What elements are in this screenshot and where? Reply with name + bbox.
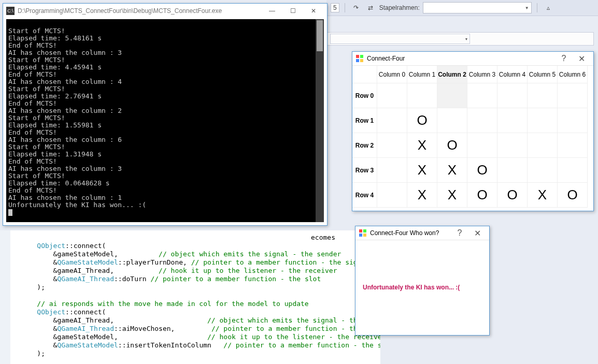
code-comment: // object which emits the signal - the s… xyxy=(207,316,380,324)
board-cell[interactable] xyxy=(377,83,407,108)
column-header[interactable]: Column 3 xyxy=(467,66,497,83)
board-cell[interactable]: O xyxy=(437,133,467,158)
code-token: &gameStateModel, xyxy=(21,250,159,258)
code-token: &gameStateModel, xyxy=(21,333,207,341)
board-cell[interactable] xyxy=(407,83,437,108)
row-header: Row 4 xyxy=(352,183,377,208)
board-cell[interactable] xyxy=(437,83,467,108)
minimize-button[interactable]: — xyxy=(262,4,282,18)
board-cell[interactable] xyxy=(437,108,467,133)
board-cell[interactable] xyxy=(497,108,528,133)
board-cell[interactable]: X xyxy=(407,158,437,183)
column-header[interactable]: Column 5 xyxy=(528,66,558,83)
board-cell[interactable] xyxy=(377,133,407,158)
board-cell[interactable] xyxy=(467,108,497,133)
help-button[interactable]: ? xyxy=(451,226,468,240)
board-cell[interactable] xyxy=(558,83,588,108)
board-cell[interactable] xyxy=(377,108,407,133)
code-token: & xyxy=(21,341,57,349)
board-cell[interactable]: O xyxy=(558,183,588,208)
msg-title: Connect-Four Who won? xyxy=(370,229,439,237)
column-header[interactable]: Column 2 xyxy=(437,66,467,83)
board-cell[interactable] xyxy=(377,183,407,208)
board-cell[interactable]: X xyxy=(528,183,558,208)
board-title: Connect-Four xyxy=(367,55,405,62)
code-token: ::playerTurnDone, xyxy=(118,258,191,266)
board-cell[interactable] xyxy=(377,158,407,183)
board-cell[interactable] xyxy=(497,158,528,183)
row-header: Row 1 xyxy=(352,108,377,133)
svg-rect-1 xyxy=(360,55,363,58)
code-token: ::connect( xyxy=(65,308,106,316)
svg-rect-6 xyxy=(359,234,362,237)
board-cell[interactable] xyxy=(528,158,558,183)
board-cell[interactable] xyxy=(528,83,558,108)
code-editor[interactable]: ecomes QObject::connect( &gameStateModel… xyxy=(10,230,380,364)
result-message: Unfortunately the KI has won... :( xyxy=(363,284,485,291)
msg-titlebar[interactable]: Connect-Four Who won? ? ✕ xyxy=(355,226,489,240)
code-token: ::insertTokenIntoColumn xyxy=(118,341,224,349)
console-titlebar[interactable]: C:\ D:\Programming\MCTS_ConnectFour\bin\… xyxy=(3,4,327,18)
code-comment: // hook it up to the listener - the rece… xyxy=(159,267,337,274)
board-cell[interactable]: O xyxy=(467,183,497,208)
shuffle-icon[interactable]: ⇄ xyxy=(365,2,376,13)
column-header[interactable]: Column 1 xyxy=(407,66,437,83)
console-app-icon: C:\ xyxy=(6,7,15,15)
code-fragment: ecomes xyxy=(311,234,335,242)
close-button[interactable]: ✕ xyxy=(303,4,324,18)
board-cell[interactable] xyxy=(528,133,558,158)
board-cell[interactable] xyxy=(467,83,497,108)
connect-four-window: Connect-Four ? ✕ Column 0Column 1Column … xyxy=(352,51,594,211)
close-button[interactable]: ✕ xyxy=(573,52,590,65)
console-window: C:\ D:\Programming\MCTS_ConnectFour\bin\… xyxy=(3,3,328,226)
step-over-icon[interactable]: ↷ xyxy=(350,2,362,13)
column-header[interactable]: Column 6 xyxy=(558,66,588,83)
code-token: & xyxy=(21,275,57,283)
toolbar-extra-icon[interactable]: ▵ xyxy=(543,2,554,13)
board-cell[interactable] xyxy=(528,108,558,133)
debug-toolbar: 5 ↷ ⇄ Stapelrahmen: ▼ ▵ xyxy=(326,0,598,16)
board-cell[interactable] xyxy=(558,158,588,183)
svg-rect-7 xyxy=(363,234,366,237)
code-comment: // hook it up to the listener - the rece… xyxy=(207,333,380,341)
board-cell[interactable]: X xyxy=(437,158,467,183)
code-token: ); xyxy=(21,350,45,357)
code-token: ); xyxy=(21,283,45,291)
scope-dropdown[interactable]: ▾ xyxy=(330,34,470,44)
board-cell[interactable] xyxy=(467,133,497,158)
code-comment: // pointer to a member function - the sl… xyxy=(223,341,380,349)
qt-app-icon xyxy=(355,54,364,63)
board-cell[interactable]: X xyxy=(407,133,437,158)
board-cell[interactable]: X xyxy=(407,183,437,208)
who-won-window: Connect-Four Who won? ? ✕ Unfortunately … xyxy=(355,226,490,336)
console-scrollbar[interactable] xyxy=(316,19,324,222)
separator xyxy=(537,3,537,12)
scrollbar-thumb[interactable] xyxy=(317,20,323,51)
column-header[interactable]: Column 0 xyxy=(377,66,407,83)
help-button[interactable]: ? xyxy=(555,52,573,65)
board-cell[interactable]: O xyxy=(467,158,497,183)
row-header: Row 0 xyxy=(352,83,377,108)
stackframe-combo[interactable]: ▼ xyxy=(423,2,532,13)
game-board[interactable]: Column 0Column 1Column 2Column 3Column 4… xyxy=(352,66,593,208)
board-cell[interactable] xyxy=(558,133,588,158)
board-titlebar[interactable]: Connect-Four ? ✕ xyxy=(352,52,593,66)
msg-body: Unfortunately the KI has won... :( xyxy=(355,240,489,295)
maximize-button[interactable]: ☐ xyxy=(282,4,303,18)
board-cell[interactable] xyxy=(558,108,588,133)
code-gutter xyxy=(0,230,10,364)
stackframe-label: Stapelrahmen: xyxy=(379,4,420,11)
board-cell[interactable]: O xyxy=(407,108,437,133)
code-token: &gameAI_Thread, xyxy=(21,267,159,274)
board-cell[interactable]: O xyxy=(497,183,528,208)
board-cell[interactable] xyxy=(497,83,528,108)
board-cell[interactable] xyxy=(497,133,528,158)
board-cell[interactable]: X xyxy=(437,183,467,208)
code-token: & xyxy=(21,325,57,332)
code-token: QGameAI_Thread xyxy=(57,275,114,283)
close-button[interactable]: ✕ xyxy=(468,226,486,240)
column-header[interactable]: Column 4 xyxy=(497,66,528,83)
svg-rect-4 xyxy=(359,229,362,232)
console-title: D:\Programming\MCTS_ConnectFour\bin\Debu… xyxy=(18,7,222,14)
console-body[interactable]: Start of MCTS! Elapsed time: 5.48161 s E… xyxy=(6,19,324,222)
